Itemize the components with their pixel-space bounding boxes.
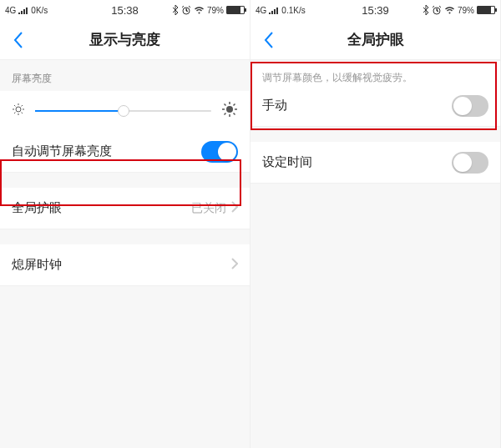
net-speed: 0K/s bbox=[31, 6, 48, 15]
alarm-icon bbox=[432, 5, 442, 15]
standby-clock-label: 熄屏时钟 bbox=[12, 257, 62, 273]
back-button[interactable] bbox=[250, 20, 287, 59]
brightness-slider-row bbox=[0, 91, 250, 131]
schedule-label: 设定时间 bbox=[262, 154, 312, 170]
network-type: 4G bbox=[256, 6, 266, 15]
signal-icon bbox=[269, 6, 279, 14]
status-bar: 4G 0.1K/s 15:39 79% bbox=[250, 0, 500, 20]
back-button[interactable] bbox=[0, 20, 37, 59]
manual-toggle[interactable] bbox=[452, 95, 488, 117]
eye-care-value: 已关闭 bbox=[191, 201, 226, 216]
battery-icon bbox=[477, 6, 495, 14]
clock: 15:38 bbox=[111, 4, 139, 17]
clock: 15:39 bbox=[362, 4, 389, 17]
wifi-icon bbox=[194, 6, 205, 14]
standby-clock-row[interactable]: 熄屏时钟 bbox=[0, 244, 250, 286]
battery-icon bbox=[226, 6, 245, 14]
chevron-right-icon bbox=[231, 258, 238, 272]
brightness-section-label: 屏幕亮度 bbox=[0, 60, 250, 91]
schedule-row: 设定时间 bbox=[250, 142, 500, 184]
page-title: 全局护眼 bbox=[347, 30, 404, 49]
slider-thumb[interactable] bbox=[118, 105, 129, 117]
auto-brightness-label: 自动调节屏幕亮度 bbox=[12, 143, 112, 159]
right-screen: 4G 0.1K/s 15:39 79% 全局护眼 调节屏幕颜色，以缓解视 bbox=[250, 0, 501, 448]
battery-pct: 79% bbox=[458, 6, 474, 15]
manual-label: 手动 bbox=[262, 98, 287, 113]
wifi-icon bbox=[444, 6, 455, 14]
eye-care-label: 全局护眼 bbox=[12, 200, 62, 216]
bluetooth-icon bbox=[172, 5, 179, 15]
nav-bar: 全局护眼 bbox=[250, 20, 500, 60]
schedule-toggle[interactable] bbox=[452, 152, 488, 174]
svg-point-1 bbox=[16, 107, 21, 112]
chevron-right-icon bbox=[231, 201, 238, 215]
nav-bar: 显示与亮度 bbox=[0, 20, 250, 60]
network-type: 4G bbox=[5, 6, 16, 15]
battery-pct: 79% bbox=[207, 6, 224, 15]
auto-brightness-toggle[interactable] bbox=[201, 141, 238, 163]
left-screen: 4G 0K/s 15:38 79% 显示与亮度 屏幕亮度 bbox=[0, 0, 250, 448]
signal-icon bbox=[18, 6, 28, 14]
alarm-icon bbox=[181, 5, 191, 15]
manual-row: 手动 bbox=[250, 85, 500, 127]
page-title: 显示与亮度 bbox=[89, 30, 160, 49]
status-bar: 4G 0K/s 15:38 79% bbox=[0, 0, 250, 20]
auto-brightness-row: 自动调节屏幕亮度 bbox=[0, 131, 250, 173]
bluetooth-icon bbox=[423, 5, 429, 15]
svg-point-2 bbox=[226, 106, 233, 113]
sun-small-icon bbox=[12, 103, 25, 119]
eye-care-hint: 调节屏幕颜色，以缓解视觉疲劳。 bbox=[250, 60, 500, 85]
sun-large-icon bbox=[221, 101, 238, 121]
net-speed: 0.1K/s bbox=[281, 6, 305, 15]
brightness-slider[interactable] bbox=[35, 110, 211, 112]
eye-care-row[interactable]: 全局护眼 已关闭 bbox=[0, 188, 250, 229]
